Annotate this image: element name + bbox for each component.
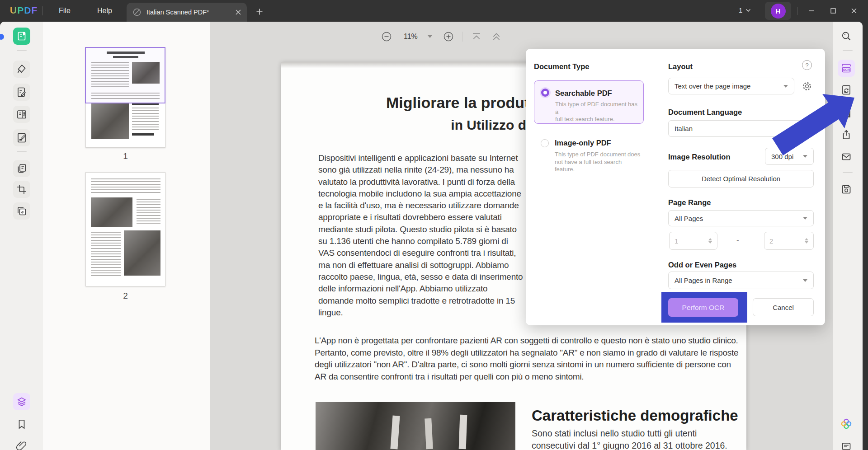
pages-icon (16, 163, 28, 174)
menu-help[interactable]: Help (93, 0, 117, 22)
page-2-thumbnail[interactable] (85, 172, 165, 286)
document-type-heading: Document Type (534, 62, 590, 71)
note-icon (840, 441, 852, 450)
zoom-dropdown-caret[interactable] (428, 35, 432, 38)
account-button[interactable]: H (765, 2, 791, 20)
highlighter-icon (16, 63, 28, 75)
layers-icon (16, 396, 28, 408)
searchable-pdf-description: This type of PDF document has a full tex… (555, 101, 639, 123)
thumbnail-panel: 1 2 (43, 22, 210, 450)
close-button[interactable] (846, 5, 862, 17)
tab-slashed-circle-icon (132, 7, 142, 17)
zoom-out-button[interactable] (381, 31, 392, 42)
tab-close-icon[interactable] (235, 9, 241, 15)
perform-ocr-button[interactable]: Perform OCR (668, 298, 738, 317)
stepper-arrows[interactable] (708, 238, 712, 244)
thumb-text-block (137, 199, 160, 224)
page-to-value: 2 (769, 237, 773, 245)
edit-document-icon (16, 86, 28, 98)
visible-area-indicator[interactable] (85, 47, 165, 103)
image-resolution-heading: Image Resolution (668, 153, 731, 161)
right-toolbar: OCR (833, 22, 863, 450)
bookmarks-panel-button[interactable] (13, 416, 30, 433)
zoombar-divider (462, 32, 462, 42)
avatar: H (771, 4, 786, 19)
page-indicator-value: 1 (739, 6, 742, 14)
toolbar-divider (17, 151, 27, 152)
reader-mode-button[interactable] (13, 28, 30, 45)
doc-body-paragraph: Dispositivi intelligenti e applicazioni … (318, 152, 523, 319)
page-from-input[interactable]: 1 (669, 232, 717, 250)
sign-tool-button[interactable] (13, 129, 30, 146)
thumb-text-block (91, 178, 160, 193)
form-tool-button[interactable] (13, 106, 30, 123)
toolbar-divider (843, 172, 853, 173)
odd-even-dropdown[interactable]: All Pages in Range (668, 272, 814, 289)
detect-optimal-resolution-button[interactable]: Detect Optimal Resolution (668, 170, 814, 188)
ocr-button[interactable]: OCR (838, 60, 855, 77)
crop-tool-button[interactable] (13, 181, 30, 198)
odd-even-value: All Pages in Range (675, 277, 732, 284)
updf-logo: UPDF (10, 5, 38, 16)
stepper-arrows[interactable] (805, 238, 808, 244)
chevron-down-icon (803, 217, 807, 220)
zoom-in-button[interactable] (443, 31, 454, 42)
comment-tool-button[interactable] (13, 61, 30, 78)
titlebar-separator (42, 6, 42, 15)
thumb-photo (91, 103, 128, 139)
edit-pdf-button[interactable] (13, 84, 30, 101)
layout-dropdown-value: Text over the page image (675, 82, 750, 90)
searchable-pdf-option[interactable]: Searchable PDF This type of PDF document… (534, 80, 644, 124)
doc-photo-lab (316, 402, 515, 450)
page-2-label: 2 (85, 291, 165, 301)
zoom-toolbar: 11% (381, 30, 502, 43)
notes-button[interactable] (838, 438, 855, 450)
page-range-dropdown[interactable]: All Pages (668, 210, 814, 226)
ai-assistant-button[interactable] (838, 415, 855, 432)
maximize-button[interactable] (826, 5, 841, 17)
document-language-heading: Document Language (668, 108, 742, 117)
cancel-button[interactable]: Cancel (753, 298, 814, 316)
stamp-pages-button[interactable] (13, 202, 30, 220)
reader-icon (16, 30, 28, 42)
page-indicator-dropdown[interactable]: 1 (739, 6, 751, 14)
document-tab[interactable]: Italian Scanned PDF* (127, 3, 247, 22)
help-icon[interactable]: ? (802, 60, 812, 70)
page-1-label: 1 (85, 151, 165, 161)
menu-file[interactable]: File (54, 0, 75, 22)
left-toolbar (0, 22, 43, 450)
page-up-double-chevron-button[interactable] (491, 31, 502, 42)
thumbnail-panel-button[interactable] (13, 393, 30, 410)
search-button[interactable] (838, 28, 855, 45)
page-to-input[interactable]: 2 (764, 232, 814, 250)
toolbar-divider (843, 50, 853, 51)
tab-title: Italian Scanned PDF* (146, 9, 231, 16)
page-1-thumbnail[interactable] (85, 47, 165, 148)
searchable-pdf-radio[interactable] (541, 89, 549, 97)
page-range-heading: Page Range (668, 198, 711, 207)
form-document-icon (16, 108, 28, 120)
page-from-value: 1 (675, 237, 678, 245)
minimize-button[interactable] (804, 5, 819, 17)
image-only-pdf-option[interactable]: Image-only PDF This type of PDF document… (534, 135, 644, 180)
thumb-photo (91, 197, 133, 227)
window-controls-separator (797, 7, 797, 15)
doc-section-heading: Caratteristiche demografiche (532, 407, 738, 424)
chevron-down-icon (783, 85, 788, 88)
page-range-separator: - (736, 236, 739, 245)
image-only-pdf-description: This type of PDF document does not have … (555, 151, 641, 173)
image-only-pdf-radio[interactable] (541, 139, 549, 147)
ai-clover-icon (840, 417, 853, 430)
layout-heading: Layout (668, 62, 693, 71)
main-window: 1 2 Migliorare la produttività lavorativ… (0, 22, 863, 450)
thumb-heading-line (132, 133, 154, 136)
organize-pages-button[interactable] (13, 160, 30, 177)
attachments-panel-button[interactable] (13, 437, 30, 450)
searchable-pdf-label: Searchable PDF (555, 89, 612, 98)
scroll-to-top-button[interactable] (471, 31, 482, 42)
page-range-value: All Pages (675, 215, 703, 222)
save-button[interactable] (838, 181, 855, 198)
new-tab-button[interactable] (253, 5, 266, 18)
annotation-arrow (766, 89, 857, 157)
odd-even-heading: Odd or Even Pages (668, 261, 736, 269)
